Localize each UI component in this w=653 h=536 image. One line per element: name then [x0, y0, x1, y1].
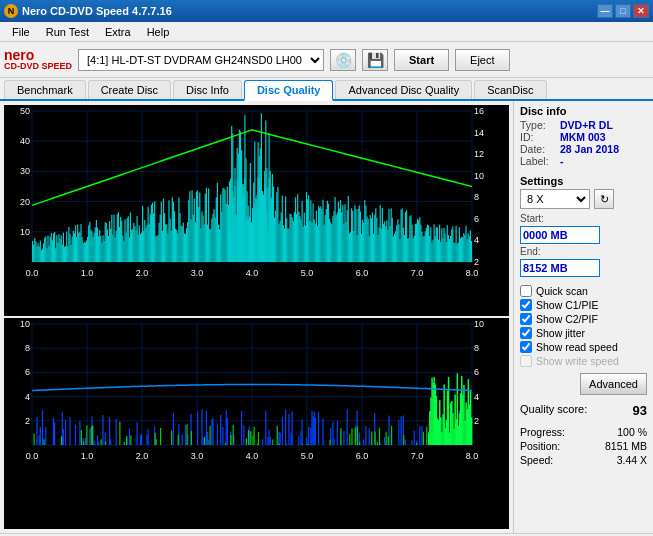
show-write-speed-row: Show write speed	[520, 355, 647, 367]
speed-select[interactable]: 8 X	[520, 189, 590, 209]
menu-extra[interactable]: Extra	[97, 24, 139, 40]
nero-subtitle: CD-DVD SPEED	[4, 62, 72, 71]
tab-benchmark[interactable]: Benchmark	[4, 80, 86, 99]
disc-info-section: Disc info Type: DVD+R DL ID: MKM 003 Dat…	[520, 105, 647, 167]
maximize-button[interactable]: □	[615, 4, 631, 18]
save-icon-button[interactable]: 💾	[362, 49, 388, 71]
show-read-speed-checkbox[interactable]	[520, 341, 532, 353]
show-c1-label: Show C1/PIE	[536, 299, 598, 311]
tabs: Benchmark Create Disc Disc Info Disc Qua…	[0, 78, 653, 101]
position-value: 8151 MB	[605, 440, 647, 452]
show-c2-checkbox[interactable]	[520, 313, 532, 325]
progress-row: Progress: 100 %	[520, 426, 647, 438]
start-mb-row: Start:	[520, 213, 647, 244]
progress-label: Progress:	[520, 426, 565, 438]
burn-icon-button[interactable]: 💿	[330, 49, 356, 71]
show-jitter-checkbox[interactable]	[520, 327, 532, 339]
refresh-button[interactable]: ↻	[594, 189, 614, 209]
minimize-button[interactable]: —	[597, 4, 613, 18]
date-label: Date:	[520, 143, 556, 155]
label-label: Label:	[520, 155, 556, 167]
start-input[interactable]	[520, 226, 600, 244]
speed-label: Speed:	[520, 454, 553, 466]
show-write-speed-label: Show write speed	[536, 355, 619, 367]
menu-file[interactable]: File	[4, 24, 38, 40]
start-button[interactable]: Start	[394, 49, 449, 71]
chart2-canvas	[4, 318, 494, 463]
progress-section: Progress: 100 % Position: 8151 MB Speed:…	[520, 426, 647, 466]
right-panel: Disc info Type: DVD+R DL ID: MKM 003 Dat…	[513, 101, 653, 533]
quick-scan-label: Quick scan	[536, 285, 588, 297]
progress-value: 100 %	[617, 426, 647, 438]
end-label: End:	[520, 246, 647, 257]
menu-help[interactable]: Help	[139, 24, 178, 40]
checkboxes-section: Quick scan Show C1/PIE Show C2/PIF Show …	[520, 285, 647, 367]
show-write-speed-checkbox[interactable]	[520, 355, 532, 367]
type-value: DVD+R DL	[560, 119, 613, 131]
disc-info-label: Disc info	[520, 105, 647, 117]
show-c1-checkbox[interactable]	[520, 299, 532, 311]
disc-label-row: Label: -	[520, 155, 647, 167]
title-bar: N Nero CD-DVD Speed 4.7.7.16 — □ ✕	[0, 0, 653, 22]
quality-score-value: 93	[633, 403, 647, 418]
toolbar: nero CD-DVD SPEED [4:1] HL-DT-ST DVDRAM …	[0, 42, 653, 78]
advanced-button[interactable]: Advanced	[580, 373, 647, 395]
end-input[interactable]	[520, 259, 600, 277]
position-row: Position: 8151 MB	[520, 440, 647, 452]
app-icon: N	[4, 4, 18, 18]
charts-area	[0, 101, 513, 533]
menu-bar: File Run Test Extra Help	[0, 22, 653, 42]
eject-button[interactable]: Eject	[455, 49, 509, 71]
disc-type-row: Type: DVD+R DL	[520, 119, 647, 131]
quality-score-label: Quality score:	[520, 403, 587, 418]
end-mb-row: End:	[520, 246, 647, 277]
settings-section: Settings 8 X ↻ Start: End:	[520, 175, 647, 277]
chart1-canvas	[4, 105, 494, 280]
tab-disc-quality[interactable]: Disc Quality	[244, 80, 334, 101]
quality-score-row: Quality score: 93	[520, 403, 647, 418]
quick-scan-checkbox[interactable]	[520, 285, 532, 297]
speed-row-2: Speed: 3.44 X	[520, 454, 647, 466]
label-value: -	[560, 155, 564, 167]
title-bar-left: N Nero CD-DVD Speed 4.7.7.16	[4, 4, 172, 18]
chart2-container	[4, 318, 509, 529]
tab-advanced-disc-quality[interactable]: Advanced Disc Quality	[335, 80, 472, 99]
close-button[interactable]: ✕	[633, 4, 649, 18]
position-label: Position:	[520, 440, 560, 452]
menu-run-test[interactable]: Run Test	[38, 24, 97, 40]
nero-logo-area: nero CD-DVD SPEED	[4, 48, 72, 71]
settings-label: Settings	[520, 175, 647, 187]
tab-scan-disc[interactable]: ScanDisc	[474, 80, 546, 99]
show-c2-label: Show C2/PIF	[536, 313, 598, 325]
quick-scan-row: Quick scan	[520, 285, 647, 297]
start-label: Start:	[520, 213, 647, 224]
type-label: Type:	[520, 119, 556, 131]
title-bar-controls: — □ ✕	[597, 4, 649, 18]
show-jitter-label: Show jitter	[536, 327, 585, 339]
speed-value: 3.44 X	[617, 454, 647, 466]
show-c1-row: Show C1/PIE	[520, 299, 647, 311]
nero-logo: nero	[4, 48, 68, 62]
title-bar-text: Nero CD-DVD Speed 4.7.7.16	[22, 5, 172, 17]
tab-create-disc[interactable]: Create Disc	[88, 80, 171, 99]
tab-disc-info[interactable]: Disc Info	[173, 80, 242, 99]
date-value: 28 Jan 2018	[560, 143, 619, 155]
id-label: ID:	[520, 131, 556, 143]
id-value: MKM 003	[560, 131, 606, 143]
disc-date-row: Date: 28 Jan 2018	[520, 143, 647, 155]
show-jitter-row: Show jitter	[520, 327, 647, 339]
show-read-speed-row: Show read speed	[520, 341, 647, 353]
disc-id-row: ID: MKM 003	[520, 131, 647, 143]
speed-row: 8 X ↻	[520, 189, 647, 209]
drive-select[interactable]: [4:1] HL-DT-ST DVDRAM GH24NSD0 LH00	[78, 49, 324, 71]
show-c2-row: Show C2/PIF	[520, 313, 647, 325]
chart1-container	[4, 105, 509, 316]
show-read-speed-label: Show read speed	[536, 341, 618, 353]
main-content: Disc info Type: DVD+R DL ID: MKM 003 Dat…	[0, 101, 653, 533]
